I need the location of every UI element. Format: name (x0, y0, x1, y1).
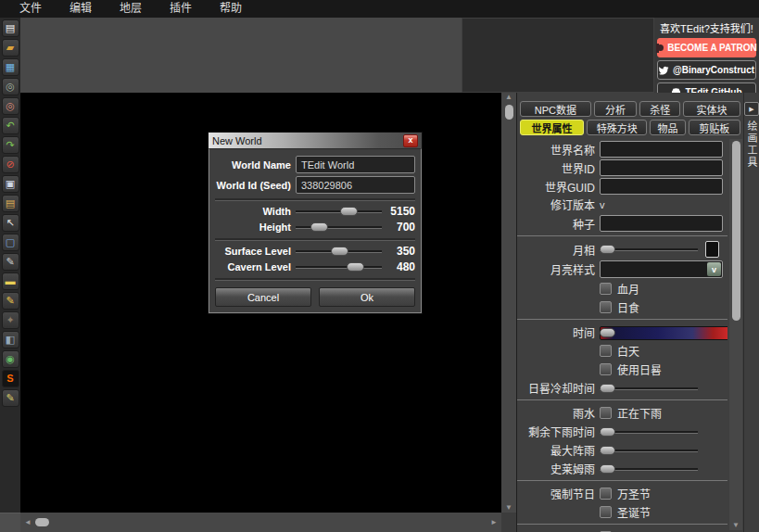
twitter-button[interactable]: @BinaryConstruct (657, 60, 756, 80)
height-row: Height700 (215, 221, 415, 234)
menu-edit[interactable]: 编辑 (56, 0, 106, 18)
surface-level-row: Surface Level350 (215, 245, 415, 258)
tab-world-properties[interactable]: 世界属性 (520, 120, 584, 135)
panel-scroll-down-icon[interactable]: ▼ (732, 521, 740, 530)
close-icon[interactable]: x (403, 134, 418, 147)
cursor-button[interactable]: ↖ (2, 214, 19, 232)
panel-scrollbar[interactable]: ▼ (729, 139, 742, 530)
blood-moon-checkbox[interactable] (600, 283, 612, 295)
max-rain-slider-thumb[interactable] (600, 446, 615, 455)
become-a-patron-button[interactable]: BECOME A PATRON (657, 38, 756, 57)
canvas-horizontal-scrollbar[interactable]: ◄ ► (20, 513, 501, 532)
zoom-in-button[interactable]: ◎ (2, 78, 19, 95)
rain-time-left-slider-thumb[interactable] (600, 427, 615, 437)
open-folder-button[interactable]: ▰ (2, 39, 19, 57)
globe-button[interactable]: ◉ (2, 350, 19, 368)
horizontal-scroll-thumb[interactable] (35, 518, 49, 526)
use-sundial-checkbox[interactable] (600, 363, 612, 375)
ok-button[interactable]: Ok (319, 287, 415, 307)
rain-checkbox[interactable] (600, 407, 612, 419)
tab-row: NPC数据分析杀怪实体块 (520, 101, 740, 117)
world-id-input[interactable] (600, 159, 723, 176)
scroll-left-icon[interactable]: ◄ (24, 518, 32, 527)
fill-bucket-button[interactable]: ◧ (2, 331, 19, 348)
slime-rain-slider-thumb[interactable] (600, 464, 615, 474)
vertical-scroll-thumb[interactable] (505, 105, 513, 120)
moon-phase-slider[interactable] (600, 243, 698, 256)
tab-special-tiles[interactable]: 特殊方块 (587, 120, 647, 135)
surface-level-slider-thumb[interactable] (331, 247, 348, 256)
world-guid-input[interactable] (600, 178, 723, 195)
morph-brush-button[interactable]: ✎ (2, 389, 19, 407)
copy-button[interactable]: ▣ (2, 175, 19, 193)
surface-level-slider[interactable] (296, 246, 382, 257)
scroll-right-icon[interactable]: ► (490, 518, 498, 527)
sponge-button[interactable]: S (2, 370, 19, 387)
tab-npc-data[interactable]: NPC数据 (520, 101, 591, 117)
paste-button[interactable]: ▤ (2, 195, 19, 212)
slime-rain-slider[interactable] (600, 462, 698, 475)
width-slider-thumb[interactable] (340, 207, 358, 216)
menu-plugins[interactable]: 插件 (156, 0, 206, 18)
dialog-title-bar[interactable]: New World x (209, 133, 422, 148)
force-halloween-checkbox[interactable] (600, 488, 612, 500)
height-slider[interactable] (296, 222, 382, 233)
tab-items[interactable]: 物品 (650, 120, 685, 135)
sundial-cooldown-slider-thumb[interactable] (600, 384, 615, 393)
force-christmas-checkbox[interactable] (600, 506, 612, 518)
panel-scroll-thumb[interactable] (732, 141, 740, 321)
panel-tabs: NPC数据分析杀怪实体块世界属性特殊方块物品剪贴板 (517, 93, 743, 137)
flyout-expand-button[interactable]: ▶ (744, 102, 759, 116)
eraser-button[interactable]: ▬ (2, 272, 19, 290)
time-slider-thumb[interactable] (600, 328, 615, 337)
save-button[interactable]: ▦ (2, 58, 19, 76)
tab-tile-entities[interactable]: 实体块 (683, 101, 740, 117)
canvas-vertical-scrollbar[interactable]: ▲ ▼ (501, 93, 516, 513)
tab-kill-monsters[interactable]: 杀怪 (639, 101, 680, 117)
height-slider-thumb[interactable] (310, 222, 328, 232)
world-name-input[interactable] (600, 141, 723, 158)
hammer-button[interactable]: ✦ (2, 311, 19, 329)
world-name-input[interactable]: TEdit World (296, 156, 415, 173)
width-label: Width (215, 206, 296, 217)
cancel-button[interactable]: Cancel (215, 287, 311, 307)
undo-button[interactable]: ↶ (2, 117, 19, 134)
time-slider[interactable] (600, 325, 727, 340)
eclipse-checkbox-label: 日食 (617, 299, 639, 315)
max-rain-slider[interactable] (600, 444, 698, 457)
tab-analysis[interactable]: 分析 (594, 101, 637, 117)
moon-phase-spinbox[interactable] (705, 241, 719, 258)
seed-input[interactable] (600, 215, 723, 232)
rain-time-left-slider[interactable] (600, 425, 698, 438)
menu-help[interactable]: 帮助 (206, 0, 256, 18)
redo-button[interactable]: ↷ (2, 136, 19, 154)
stop-button[interactable]: ⊘ (2, 156, 19, 173)
eclipse-checkbox[interactable] (600, 301, 612, 313)
revision-label: 修订版本 (517, 196, 600, 212)
pencil-button[interactable]: ✎ (2, 253, 19, 271)
cavern-level-slider[interactable] (296, 261, 382, 272)
side-flyout-strip: ▶ 绘画工具 (743, 93, 759, 532)
tab-clipboard[interactable]: 剪贴板 (689, 120, 740, 135)
selection-button[interactable]: ▢ (2, 234, 19, 251)
moon-phase-slider-thumb[interactable] (600, 245, 615, 254)
moon-style-dropdown[interactable]: v (600, 260, 723, 278)
scroll-up-icon[interactable]: ▲ (505, 93, 512, 102)
moon-style-chevron-down-icon[interactable]: v (707, 262, 721, 276)
zoom-select-button[interactable]: ◎ (2, 97, 19, 115)
cursor-icon: ↖ (6, 218, 14, 228)
force-christmas-row: 圣诞节 (517, 504, 727, 520)
menu-layers[interactable]: 地层 (106, 0, 156, 18)
world-seed-input[interactable]: 338029806 (296, 176, 415, 194)
brush-button[interactable]: ✎ (2, 292, 19, 310)
scroll-down-icon[interactable]: ▼ (505, 503, 512, 513)
cavern-level-slider-thumb[interactable] (347, 262, 364, 272)
revision-value: v (600, 199, 605, 210)
sundial-cooldown-slider[interactable] (600, 382, 698, 395)
daytime-checkbox[interactable] (600, 345, 612, 357)
flyout-label[interactable]: 绘画工具 (744, 120, 759, 169)
world-name-row: 世界名称 (517, 141, 727, 158)
new-file-button[interactable]: ▤ (2, 19, 19, 37)
width-slider[interactable] (296, 206, 382, 217)
menu-file[interactable]: 文件 (6, 0, 56, 18)
